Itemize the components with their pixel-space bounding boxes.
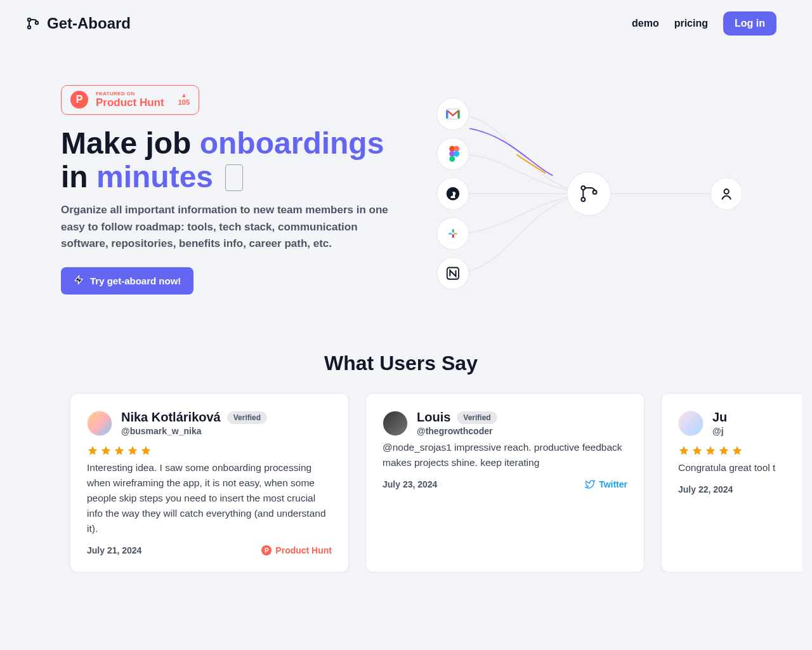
svg-point-17 <box>454 151 459 157</box>
svg-marker-30 <box>102 446 111 455</box>
svg-marker-36 <box>706 446 716 455</box>
ph-product-hunt-label: Product Hunt <box>96 96 164 109</box>
title-text-2: in <box>61 160 96 194</box>
star-icon <box>87 445 98 456</box>
hero-description: Organize all important information to ne… <box>61 202 391 252</box>
product-hunt-badge[interactable]: P FEATURED ON Product Hunt ▲ 105 <box>61 85 199 115</box>
ph-featured-label: FEATURED ON <box>96 91 164 96</box>
hero-left: P FEATURED ON Product Hunt ▲ 105 Make jo… <box>61 85 397 295</box>
testimonial-date: July 21, 2024 <box>87 545 141 555</box>
testimonial-name: Ju <box>712 410 727 425</box>
star-rating <box>87 445 332 456</box>
main-nav: demo pricing Log in <box>632 11 776 36</box>
brand[interactable]: Get-Aboard <box>25 15 131 32</box>
nav-demo[interactable]: demo <box>632 18 659 29</box>
testimonial-body: Interesting idea. I saw some onboarding … <box>87 460 332 536</box>
svg-point-18 <box>449 156 455 162</box>
svg-marker-34 <box>679 446 689 455</box>
testimonial-handle: @j <box>712 426 727 436</box>
avatar <box>383 411 408 436</box>
verified-badge: Verified <box>227 411 267 424</box>
svg-marker-32 <box>128 446 138 455</box>
svg-rect-23 <box>452 234 454 238</box>
svg-marker-31 <box>115 446 124 455</box>
nav-pricing[interactable]: pricing <box>674 18 708 29</box>
verified-badge: Verified <box>457 411 497 424</box>
hero: P FEATURED ON Product Hunt ▲ 105 Make jo… <box>0 47 802 320</box>
source-label: Twitter <box>599 479 627 489</box>
star-icon <box>100 445 112 456</box>
star-icon <box>114 445 125 456</box>
title-text-1: Make job <box>61 126 200 160</box>
star-icon <box>718 445 730 456</box>
ph-count-value: 105 <box>178 98 190 107</box>
twitter-icon <box>585 479 595 489</box>
svg-marker-35 <box>693 446 702 455</box>
svg-rect-11 <box>447 109 460 119</box>
brand-logo-icon <box>25 16 41 31</box>
source-twitter[interactable]: Twitter <box>585 479 627 489</box>
testimonial-name: Nika Kotláriková <box>121 410 221 425</box>
try-now-label: Try get-aboard now! <box>90 275 181 286</box>
testimonial-name: Louis <box>417 410 450 425</box>
product-hunt-mini-icon: P <box>261 545 272 555</box>
hero-illustration <box>422 85 741 275</box>
star-icon <box>691 445 703 456</box>
product-hunt-logo-icon: P <box>70 91 88 109</box>
svg-point-7 <box>437 218 469 249</box>
svg-point-15 <box>454 146 459 152</box>
svg-marker-3 <box>75 276 82 284</box>
github-icon <box>447 187 460 201</box>
hero-title: Make job onboardings in minutes <box>61 126 397 195</box>
testimonials-row: Nika Kotláriková Verified @busmark_w_nik… <box>0 393 802 573</box>
connection-graph-icon <box>422 85 741 302</box>
svg-marker-38 <box>733 446 742 455</box>
avatar <box>87 411 112 436</box>
svg-rect-21 <box>454 233 457 235</box>
bolt-icon <box>74 275 84 287</box>
star-icon <box>678 445 690 456</box>
testimonial-card: Ju @j Congratula great tool t July 22, 2… <box>661 393 802 573</box>
login-button[interactable]: Log in <box>723 11 776 36</box>
svg-point-9 <box>567 172 610 215</box>
testimonial-handle: @busmark_w_nika <box>121 426 267 436</box>
svg-marker-29 <box>88 446 98 455</box>
star-rating <box>678 445 802 456</box>
title-accent-minutes: minutes <box>96 160 221 194</box>
ph-text: FEATURED ON Product Hunt <box>96 91 164 109</box>
svg-marker-33 <box>141 446 151 455</box>
svg-marker-37 <box>719 446 729 455</box>
testimonial-date: July 23, 2024 <box>383 479 437 489</box>
try-now-button[interactable]: Try get-aboard now! <box>61 267 193 295</box>
missing-glyph-icon <box>225 164 243 191</box>
star-icon <box>140 445 152 456</box>
testimonial-card: Nika Kotláriková Verified @busmark_w_nik… <box>70 393 349 573</box>
site-header: Get-Aboard demo pricing Log in <box>0 0 802 47</box>
testimonial-body: Congratula great tool t <box>678 460 802 475</box>
svg-rect-20 <box>449 233 452 235</box>
ph-upvote-count: ▲ 105 <box>178 93 190 107</box>
star-icon <box>705 445 716 456</box>
triangle-up-icon: ▲ <box>181 93 187 98</box>
title-accent-onboardings: onboardings <box>200 126 384 160</box>
testimonial-handle: @thegrowthcoder <box>417 426 497 436</box>
testimonial-date: July 22, 2024 <box>678 484 733 494</box>
gmail-icon <box>447 109 460 119</box>
avatar <box>678 411 704 436</box>
testimonial-card: Louis Verified @thegrowthcoder @node_sro… <box>365 393 645 573</box>
svg-rect-22 <box>452 229 454 233</box>
testimonials-heading: What Users Say <box>0 352 802 375</box>
brand-name: Get-Aboard <box>47 15 131 32</box>
source-label: Product Hunt <box>275 545 332 555</box>
source-product-hunt[interactable]: P Product Hunt <box>261 545 332 555</box>
star-icon <box>731 445 743 456</box>
testimonial-body: @node_srojas1 impressive reach. producti… <box>383 440 627 470</box>
notion-icon <box>447 268 459 279</box>
star-icon <box>127 445 138 456</box>
